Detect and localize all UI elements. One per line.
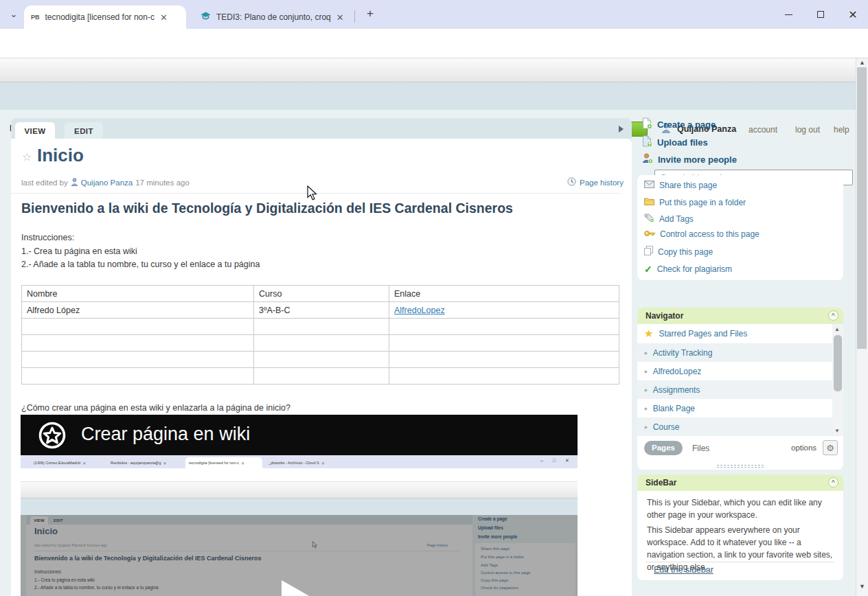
inner-pbworks-header: My PBworks › Workspaces ⌄ › tecnodigita … [21, 482, 578, 498]
sidebar-panel: SideBar ^ This is your Sidebar, which yo… [637, 474, 843, 580]
collapse-panel-icon[interactable]: ^ [828, 310, 838, 321]
instructions-label: Instrucciones: [21, 233, 74, 242]
nav-item[interactable]: ◆AlfredoLopez [637, 362, 832, 380]
create-a-page-link[interactable]: Create a page [642, 117, 716, 131]
editor-user-icon [71, 178, 78, 187]
navigator-pages-tab[interactable]: Pages [644, 441, 683, 455]
invite-people-icon [642, 153, 653, 166]
content-heading: Bienvenido a la wiki de Tecnología y Dig… [21, 200, 619, 216]
control-access-link[interactable]: Control access to this page [644, 229, 760, 239]
scroll-up-icon[interactable]: ▲ [834, 326, 840, 332]
window-maximize-button[interactable] [805, 0, 836, 29]
scroll-down-icon[interactable]: ▼ [859, 583, 865, 590]
navigator-gear-icon[interactable]: ⚙ [823, 440, 838, 455]
nav-item[interactable]: ◆Blank Page [637, 399, 832, 417]
tab-search-chevron-icon[interactable]: ⌄ [7, 8, 21, 21]
edit-sidebar-link[interactable]: Edit the sidebar [654, 565, 713, 575]
sidebar-paragraph: This is your Sidebar, which you can edit… [647, 496, 834, 521]
table-row-empty [22, 335, 619, 352]
page-scrollbar-thumb[interactable] [857, 67, 867, 349]
copy-this-page-link[interactable]: Copy this page [644, 246, 713, 257]
collapse-sidebar-arrow-icon[interactable] [619, 126, 624, 133]
tab-close-icon[interactable]: ✕ [336, 13, 344, 22]
check-plagiarism-link[interactable]: ✓ Check for plagiarism [644, 264, 732, 275]
table-row-empty [22, 352, 619, 368]
key-icon [644, 229, 655, 239]
col-header-nombre: Nombre [22, 286, 254, 302]
table-header-row: Nombre Curso Enlace [22, 286, 619, 302]
editor-user-link[interactable]: Quijano Panza [81, 179, 133, 187]
bullet-icon: ◆ [644, 387, 648, 392]
window-close-button[interactable]: ✕ [837, 0, 868, 29]
page-title: Inicio [37, 145, 84, 166]
browser-tab-2[interactable]: TEDI3: Plano de conjunto, croq ✕ [194, 5, 352, 29]
view-edit-band [11, 118, 632, 139]
navigator-footer: Pages Files options ⚙ [637, 438, 843, 460]
upload-files-link[interactable]: Upload files [642, 135, 708, 149]
moodle-favicon [201, 12, 211, 23]
bullet-icon: ◆ [644, 424, 648, 429]
folder-icon [644, 197, 654, 207]
page-history-link[interactable]: Page history [567, 177, 624, 187]
put-page-in-folder-link[interactable]: Put this page in a folder [644, 197, 746, 207]
nav-starred-pages[interactable]: ★ Starred Pages and Files [637, 324, 832, 343]
logout-link[interactable]: log out [795, 125, 820, 135]
cell-nombre: Alfredo López [22, 302, 254, 319]
nav-item[interactable]: ◆Assignments [637, 380, 832, 399]
sidebar-header: SideBar [637, 474, 843, 491]
col-header-curso: Curso [254, 286, 389, 302]
last-edited-row: last edited by Quijano Panza 17 minutes … [21, 178, 190, 187]
table-row-empty [22, 368, 619, 385]
col-header-enlace: Enlace [389, 286, 619, 302]
table-row-empty [22, 319, 619, 335]
tab-edit[interactable]: EDIT [65, 122, 103, 139]
nav-item[interactable]: ◆Course [637, 417, 832, 436]
nav-item[interactable]: ◆Activity Tracking [637, 343, 832, 362]
invite-more-people-link[interactable]: Invite more people [642, 153, 737, 166]
collapse-panel-icon[interactable]: ^ [828, 477, 838, 488]
cell-enlace: AlfredoLopez [389, 302, 619, 319]
video-frame-screenshot: (1306) Correo EducaMadrid✕ Recibidos - a… [21, 455, 578, 596]
account-link[interactable]: account [749, 125, 777, 135]
inner-tab-strip: (1306) Correo EducaMadrid✕ Recibidos - a… [21, 455, 578, 468]
window-minimize-button[interactable] [773, 0, 804, 29]
history-clock-icon [567, 177, 576, 187]
browser-tab-active[interactable]: PB tecnodigita [licensed for non-c ✕ [24, 5, 186, 29]
create-page-icon [642, 117, 652, 131]
student-page-link[interactable]: AlfredoLopez [394, 306, 445, 315]
inner-window-controls: – □ ✕ [540, 458, 573, 463]
navigator-scrollbar-thumb[interactable] [834, 335, 842, 391]
navigator-options-link[interactable]: options [791, 444, 816, 452]
scroll-down-icon[interactable]: ▼ [834, 428, 840, 434]
scroll-up-icon[interactable]: ▲ [859, 59, 865, 66]
share-this-page-link[interactable]: Share this page [644, 181, 717, 190]
table-row: Alfredo López 3ºA-B-C AlfredoLopez [22, 302, 619, 319]
mouse-cursor [307, 185, 319, 204]
video-play-button[interactable] [282, 580, 325, 596]
video-title: Crear página en wiki [81, 424, 250, 445]
tab-view[interactable]: VIEW [15, 122, 55, 139]
copy-pages-icon [644, 246, 653, 257]
resize-handle[interactable] [716, 464, 764, 468]
instruction-step-1: 1.- Crea tu página en esta wiki [21, 247, 137, 256]
inner-tab: (1306) Correo EducaMadrid✕ [30, 457, 104, 468]
pbworks-header: My PBworks Workspaces▼ tecnodigita ★ Upg… [0, 58, 868, 82]
cell-curso: 3ºA-B-C [254, 302, 389, 319]
embedded-video-player[interactable]: Crear página en wiki (1306) Correo Educa… [21, 415, 578, 596]
check-icon: ✓ [644, 264, 652, 275]
pbworks-favicon: PB [31, 14, 40, 21]
screen: { "browser": { "tab1": {"favicon": "PB",… [0, 0, 868, 596]
browser-address-bar: ← → ⟳ ⚠ No es seguro tecnodigita.pbworks… [0, 29, 868, 58]
favorite-star-icon[interactable]: ☆ [22, 150, 32, 163]
upload-files-icon [642, 135, 652, 149]
inner-tab: _pbworks - Archivos - Cloud S✕ [265, 457, 341, 468]
navigator-files-tab[interactable]: Files [692, 444, 709, 453]
add-tags-link[interactable]: Add Tags [644, 214, 694, 225]
new-tab-button[interactable]: + [363, 7, 378, 21]
inner-workspace-tabs: Wiki Pages & Files Users Settings Search… [21, 498, 578, 515]
tab-close-icon[interactable]: ✕ [160, 13, 168, 22]
browser-tab-title: tecnodigita [licensed for non-c [45, 12, 155, 22]
browser-tab-strip: ⌄ PB tecnodigita [licensed for non-c ✕ T… [0, 0, 868, 29]
students-table: Nombre Curso Enlace Alfredo López 3ºA-B-… [21, 285, 619, 385]
help-link[interactable]: help [834, 125, 849, 135]
